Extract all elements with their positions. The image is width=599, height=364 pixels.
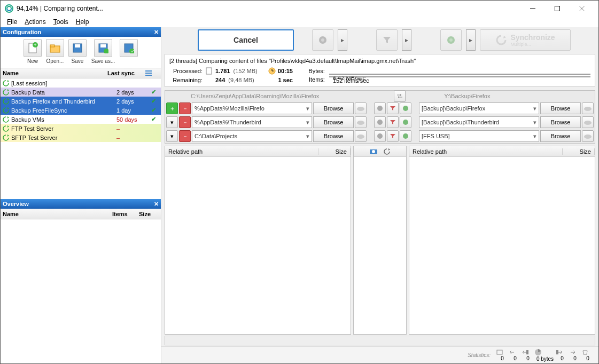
config-panel-close[interactable]: ✕: [154, 29, 159, 36]
menu-actions[interactable]: Actions: [21, 17, 49, 27]
right-cloud-button[interactable]: [582, 130, 594, 142]
swap-sides-button[interactable]: [394, 90, 406, 102]
sync-settings-button[interactable]: [440, 29, 462, 51]
svg-rect-13: [100, 44, 106, 48]
config-row[interactable]: Backup VMs50 days✔: [1, 115, 161, 124]
svg-rect-18: [145, 73, 152, 74]
svg-point-28: [357, 107, 364, 111]
pair-compare-settings[interactable]: [374, 102, 386, 114]
sync-config-icon: [2, 98, 10, 105]
window-title: 94,14% | Comparing content...: [17, 5, 520, 12]
right-cloud-button[interactable]: [582, 116, 594, 128]
compare-settings-dropdown[interactable]: ▸: [338, 29, 347, 51]
right-path-input[interactable]: [Backup]\Backup\Thunderbird▾: [419, 116, 539, 128]
left-path-input[interactable]: %AppData%\Mozilla\Firefo▾: [192, 102, 312, 114]
pair-sync-settings[interactable]: [400, 102, 411, 114]
pair-filter-button[interactable]: [387, 102, 399, 114]
saveas-config-button[interactable]: Save as...: [90, 39, 116, 64]
right-cloud-button[interactable]: [582, 102, 594, 114]
pair-menu-button[interactable]: ▾: [166, 130, 178, 142]
overview-panel-header: Overview ✕: [1, 199, 161, 209]
right-browse-button[interactable]: Browse: [540, 116, 581, 128]
svg-point-41: [372, 150, 375, 153]
menu-tools[interactable]: Tools: [50, 17, 72, 27]
add-pair-button[interactable]: ＋: [166, 102, 178, 114]
config-list[interactable]: [Last session]Backup Data2 days✔Backup F…: [1, 78, 161, 191]
stat-icon-4: [534, 349, 542, 356]
filter-dropdown[interactable]: ▸: [402, 29, 411, 51]
stat-icon-7: [581, 349, 589, 355]
overview-panel-close[interactable]: ✕: [154, 201, 159, 208]
menu-help[interactable]: Help: [73, 17, 92, 27]
saveas-batch-button[interactable]: [119, 39, 139, 58]
stat-icon-2: [509, 349, 516, 355]
right-path-input[interactable]: [FFS USB]▾: [419, 130, 539, 142]
pair-compare-settings[interactable]: [374, 116, 386, 128]
stat-icon-3: [522, 349, 529, 355]
config-panel-header: Configuration ✕: [1, 27, 161, 37]
camera-icon[interactable]: [369, 148, 378, 155]
right-browse-button[interactable]: Browse: [540, 102, 581, 114]
left-browse-button[interactable]: Browse: [313, 102, 354, 114]
menu-file[interactable]: File: [4, 17, 20, 27]
items-progress: 152 items/sec: [329, 76, 590, 77]
compare-settings-button[interactable]: [312, 29, 333, 51]
middle-grid[interactable]: [353, 146, 407, 335]
pair-menu-button[interactable]: ▾: [166, 116, 178, 128]
config-row[interactable]: [Last session]: [1, 78, 161, 88]
right-grid[interactable]: Relative pathSize: [409, 146, 595, 335]
left-path-input[interactable]: %AppData%\Thunderbird▾: [192, 116, 312, 128]
horizontal-scrollbar[interactable]: [165, 336, 595, 345]
titlebar: 94,14% | Comparing content...: [1, 1, 598, 17]
sync-action-icon[interactable]: [383, 148, 391, 155]
config-row[interactable]: Backup Data2 days✔: [1, 88, 161, 97]
close-button[interactable]: [570, 1, 594, 17]
new-config-button[interactable]: + New: [22, 39, 43, 64]
config-row[interactable]: Backup FreeFileSync1 day✔: [1, 106, 161, 115]
svg-point-39: [584, 134, 592, 139]
left-browse-button[interactable]: Browse: [313, 130, 354, 142]
menubar: File Actions Tools Help: [1, 17, 598, 27]
svg-point-33: [377, 120, 383, 125]
remove-pair-button[interactable]: －: [179, 130, 191, 142]
right-path-input[interactable]: [Backup]\Backup\Firefox▾: [419, 102, 539, 114]
left-path-input[interactable]: C:\Data\Projects▾: [192, 130, 312, 142]
folder-pairs-panel: C:\Users\Zenju\AppData\Roaming\Mozilla\F…: [165, 90, 595, 144]
svg-point-36: [357, 134, 364, 139]
svg-point-21: [321, 38, 324, 42]
svg-rect-42: [497, 350, 502, 354]
left-grid[interactable]: Relative pathSize: [165, 146, 351, 335]
maximize-button[interactable]: [545, 1, 570, 17]
cancel-button[interactable]: Cancel: [198, 29, 294, 51]
file-icon: [206, 67, 212, 75]
config-row[interactable]: SFTP Test Server–: [1, 133, 161, 142]
svg-rect-17: [145, 70, 152, 72]
status-message: [2 threads] Comparing content of files "…: [169, 58, 590, 64]
pair-sync-settings[interactable]: [400, 116, 411, 128]
svg-rect-45: [556, 350, 558, 354]
svg-rect-24: [206, 68, 212, 74]
minimize-button[interactable]: [520, 1, 545, 17]
pair-sync-settings[interactable]: [400, 130, 411, 142]
config-row[interactable]: FTP Test Server–: [1, 124, 161, 133]
left-cloud-button[interactable]: [355, 116, 367, 128]
config-list-options-icon[interactable]: [141, 70, 157, 76]
pair-filter-button[interactable]: [387, 130, 399, 142]
filter-button[interactable]: [376, 29, 398, 51]
left-cloud-button[interactable]: [355, 130, 367, 142]
sync-settings-dropdown[interactable]: ▸: [466, 29, 476, 51]
pair-filter-button[interactable]: [387, 116, 399, 128]
synchronize-button[interactable]: SynchronizeMultiple...: [480, 29, 571, 51]
sync-config-icon: [2, 80, 10, 87]
right-browse-button[interactable]: Browse: [540, 130, 581, 142]
remove-pair-button[interactable]: －: [179, 116, 191, 128]
save-config-button[interactable]: Save: [67, 39, 88, 64]
left-browse-button[interactable]: Browse: [313, 116, 354, 128]
remove-pair-button[interactable]: －: [179, 102, 191, 114]
config-row[interactable]: Backup Firefox and Thunderbird2 days✔: [1, 97, 161, 106]
sync-config-icon: [2, 89, 10, 96]
open-config-button[interactable]: Open...: [45, 39, 65, 64]
pair-compare-settings[interactable]: [374, 130, 386, 142]
left-cloud-button[interactable]: [355, 102, 367, 114]
overview-body: [1, 219, 161, 363]
